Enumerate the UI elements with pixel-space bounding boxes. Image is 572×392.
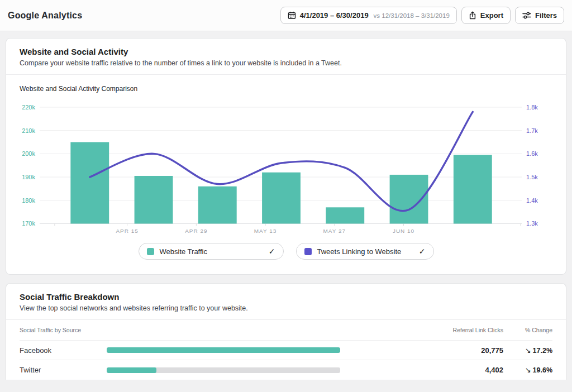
social-card-header: Social Traffic Breakdown View the top so… — [6, 284, 566, 320]
svg-text:1.3k: 1.3k — [526, 220, 538, 227]
activity-combo-chart[interactable]: 220k1.8k210k1.7k200k1.6k190k1.5k180k1.4k… — [20, 94, 552, 237]
website-traffic-swatch — [147, 248, 154, 255]
top-bar: Google Analytics 4/1/2019 – 6/30/2019 vs… — [0, 0, 572, 31]
svg-text:170k: 170k — [22, 220, 35, 227]
facebook-progress-bar — [107, 347, 340, 353]
column-header-source: Social Traffic by Source — [20, 327, 107, 333]
date-range-comparison: vs 12/31/2018 – 3/31/2019 — [374, 12, 450, 19]
column-header-clicks: Referral Link Clicks — [340, 327, 503, 333]
facebook-progress-fill — [107, 347, 340, 353]
table-row-twitter[interactable]: Twitter 4,402 ↘19.6% — [20, 360, 552, 380]
table-row-facebook[interactable]: Facebook 20,775 ↘17.2% — [20, 341, 552, 360]
source-label: Twitter — [20, 366, 107, 374]
source-label: Facebook — [20, 346, 107, 355]
social-card-description: View the top social networks and website… — [20, 304, 552, 312]
social-traffic-breakdown-card: Social Traffic Breakdown View the top so… — [6, 283, 566, 380]
svg-text:210k: 210k — [22, 127, 35, 134]
chart-title: Website and Social Activity Comparison — [20, 85, 552, 93]
table-header-row: Social Traffic by Source Referral Link C… — [20, 320, 552, 341]
activity-card-description: Compare your website traffic relative to… — [20, 59, 552, 67]
date-range-button[interactable]: 4/1/2019 – 6/30/2019 vs 12/31/2018 – 3/3… — [280, 7, 457, 24]
svg-text:MAY 13: MAY 13 — [254, 228, 277, 234]
svg-text:1.6k: 1.6k — [526, 150, 538, 157]
legend-label: Website Traffic — [160, 247, 208, 256]
calendar-icon — [288, 11, 296, 20]
svg-text:1.8k: 1.8k — [526, 104, 538, 111]
svg-text:APR 29: APR 29 — [185, 228, 207, 234]
topbar-actions: 4/1/2019 – 6/30/2019 vs 12/31/2018 – 3/3… — [280, 7, 564, 24]
svg-text:JUN 10: JUN 10 — [393, 228, 414, 234]
main-content: Website and Social Activity Compare your… — [0, 38, 572, 380]
svg-text:180k: 180k — [22, 197, 35, 204]
filters-label: Filters — [535, 11, 557, 20]
trend-down-arrow-icon: ↘ — [525, 346, 531, 355]
change-value: ↘19.6% — [503, 366, 552, 374]
clicks-value: 4,402 — [340, 366, 503, 374]
social-traffic-table: Social Traffic by Source Referral Link C… — [6, 320, 566, 380]
trend-down-arrow-icon: ↘ — [525, 366, 531, 374]
legend-toggle-tweets[interactable]: Tweets Linking to Website ✓ — [296, 243, 434, 260]
column-header-change: % Change — [503, 327, 552, 333]
svg-text:1.7k: 1.7k — [526, 127, 538, 134]
svg-text:200k: 200k — [22, 150, 35, 157]
page-title: Google Analytics — [8, 11, 82, 21]
svg-text:1.4k: 1.4k — [526, 197, 538, 204]
svg-text:MAY 27: MAY 27 — [323, 228, 346, 234]
svg-text:220k: 220k — [22, 104, 35, 111]
filters-icon — [522, 12, 531, 19]
date-range-primary: 4/1/2019 – 6/30/2019 — [300, 11, 369, 20]
clicks-value: 20,775 — [340, 346, 503, 355]
chart-legend: Website Traffic ✓ Tweets Linking to Webs… — [20, 243, 552, 260]
export-label: Export — [480, 11, 503, 20]
filters-button[interactable]: Filters — [515, 7, 564, 24]
tweets-swatch — [304, 248, 312, 255]
svg-text:APR 15: APR 15 — [116, 228, 138, 234]
export-icon — [469, 11, 476, 20]
twitter-progress-bar — [107, 367, 340, 373]
activity-card-header: Website and Social Activity Compare your… — [6, 39, 566, 75]
legend-label: Tweets Linking to Website — [317, 247, 402, 256]
change-value: ↘17.2% — [503, 346, 552, 355]
twitter-progress-fill — [107, 367, 156, 373]
legend-toggle-website-traffic[interactable]: Website Traffic ✓ — [139, 243, 284, 260]
social-card-title: Social Traffic Breakdown — [20, 292, 552, 302]
svg-text:1.5k: 1.5k — [526, 174, 538, 180]
checkmark-icon: ✓ — [269, 247, 275, 256]
website-social-activity-card: Website and Social Activity Compare your… — [6, 38, 566, 275]
checkmark-icon: ✓ — [419, 247, 426, 256]
activity-chart-section: Website and Social Activity Comparison 2… — [6, 85, 566, 260]
export-button[interactable]: Export — [461, 7, 511, 24]
activity-card-title: Website and Social Activity — [20, 47, 552, 56]
svg-text:190k: 190k — [22, 174, 35, 180]
